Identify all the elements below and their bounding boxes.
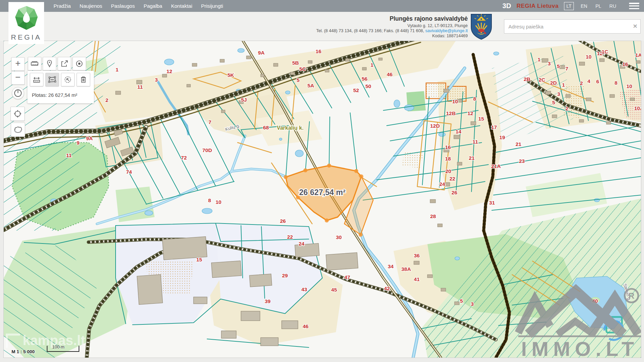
lang-ru[interactable]: RU: [608, 2, 618, 10]
clock-icon: [14, 89, 22, 98]
parcel-number: 31: [489, 200, 495, 206]
measure-modes-row: [30, 73, 90, 86]
lang-en[interactable]: EN: [579, 2, 588, 10]
parcel-number: 10: [626, 83, 632, 89]
top-nav-bar: Pradžia Naujienos Paslaugos Pagalba Kont…: [0, 0, 644, 12]
lang-lt[interactable]: LT: [564, 2, 574, 10]
parcel-number: 10: [586, 54, 591, 60]
parcel-number: 24: [439, 181, 445, 187]
parcel-number: 47: [344, 274, 350, 280]
map-pin-icon: [46, 60, 53, 68]
parcel-number: 9: [77, 140, 80, 146]
parcel-number: 12: [166, 68, 172, 74]
measure-distance-button[interactable]: [30, 73, 43, 86]
share-tool-button[interactable]: [58, 57, 71, 70]
parcel-number: 70D: [202, 147, 212, 153]
parcel-number: 5C: [299, 66, 306, 72]
map-canvas[interactable]: 9A165B15C5K5A55256465011312215J76870D727…: [3, 41, 641, 358]
nav-item-pradzia[interactable]: Pradžia: [54, 3, 71, 9]
parcel-number: 1A: [635, 52, 641, 58]
crosshair-icon: [13, 109, 22, 118]
parcel-number: 7: [208, 119, 212, 125]
regia-logo[interactable]: REGIA: [8, 2, 44, 44]
compass-arrow-icon: [64, 76, 72, 84]
parcel-number: 43: [301, 286, 307, 292]
center-point-button[interactable]: [73, 57, 86, 70]
parcel-number: 21: [516, 141, 522, 147]
parcel-number: 5K: [227, 72, 235, 78]
parcel-number: 16: [316, 48, 322, 54]
parcel-number: 5J: [241, 97, 247, 103]
area-icon: [48, 76, 57, 84]
parcel-number: 22: [449, 176, 455, 182]
parcel-number: 38A: [401, 266, 411, 272]
parcel-number: 56: [362, 76, 368, 82]
parcel-number: 6: [596, 79, 599, 84]
parcel-number: 5: [557, 63, 560, 69]
regia-page: Pradžia Naujienos Paslaugos Pagalba Kont…: [0, 0, 644, 362]
parcel-number: 16: [445, 144, 451, 150]
parcel-number: 22: [287, 234, 293, 240]
parcel-number: 2B: [524, 76, 530, 82]
municipality-email-link[interactable]: savivaldybe@plunge.lt: [425, 28, 468, 33]
area-result-label: Plotas: 26 627,54 m²: [32, 92, 77, 98]
parcel-number: 14: [456, 129, 462, 134]
locate-me-button[interactable]: [11, 107, 25, 121]
parcel-number: 3: [557, 91, 560, 97]
regia-logo-text: REGIA: [8, 33, 44, 41]
parcel-number: 23: [519, 158, 525, 164]
marker-tool-button[interactable]: [43, 57, 56, 70]
parcel-number: 17: [491, 124, 497, 130]
parcel-number: 74: [126, 169, 132, 175]
parcel-number: 52: [353, 87, 359, 93]
parcel-number: 8: [615, 80, 618, 86]
nav-item-paslaugos[interactable]: Paslaugos: [111, 3, 135, 9]
view-3d-button[interactable]: 3D: [502, 2, 511, 10]
municipality-contacts: Tel. (8 448) 73 134, (8 448) 73 166; Fak…: [316, 28, 468, 34]
lithuania-outline-icon: [13, 126, 23, 134]
municipality-info: Plungės rajono savivaldybė Vytauto g. 12…: [316, 15, 468, 39]
export-icon: [60, 60, 68, 68]
parcel-number: 30: [336, 234, 342, 240]
parcel-number: 4: [587, 78, 590, 84]
search-input[interactable]: [504, 19, 641, 34]
nav-item-pagalba[interactable]: Pagalba: [144, 3, 162, 9]
parcel-number: 46: [387, 71, 393, 77]
parcel-number: 10A: [634, 105, 641, 111]
parcel-number: 9A: [258, 50, 265, 56]
parcel-number: 50: [365, 83, 371, 89]
parcel-number: 8: [208, 197, 211, 203]
regia-lietuva-link[interactable]: REGIA Lietuva: [517, 3, 559, 9]
zoom-out-button[interactable]: −: [11, 71, 25, 85]
parcel-number: 18: [445, 156, 451, 162]
nav-item-kontaktai[interactable]: Kontaktai: [171, 3, 193, 9]
search-clear-icon[interactable]: ×: [633, 22, 637, 30]
parcel-number: 20: [445, 168, 451, 174]
delete-measurement-button[interactable]: [77, 73, 90, 86]
parcel-number: 12: [467, 110, 473, 116]
parcel-number: 5A: [307, 83, 314, 88]
measure-panel: Plotas: 26 627,54 m²: [27, 71, 94, 103]
parcel-number: 46: [303, 323, 309, 329]
parcel-number: 9A: [86, 135, 93, 141]
parcel-number: 12B: [446, 110, 456, 116]
measure-tool-button[interactable]: [28, 57, 41, 70]
menu-icon[interactable]: [629, 3, 639, 9]
lang-pl[interactable]: PL: [594, 2, 603, 10]
nav-item-prisijungti[interactable]: Prisijungti: [201, 3, 223, 9]
zoom-in-button[interactable]: +: [11, 57, 25, 71]
main-menu: Pradžia Naujienos Paslaugos Pagalba Kont…: [54, 0, 223, 12]
parcel-number: 2: [105, 97, 108, 103]
nav-item-naujienos[interactable]: Naujienos: [80, 3, 102, 9]
parcel-number: 34: [388, 263, 394, 269]
parcel-number: 5B: [292, 60, 299, 66]
measure-bearing-button[interactable]: [61, 73, 75, 86]
parcel-number: 1: [370, 62, 374, 68]
parcel-number: 72: [181, 155, 187, 161]
parcel-number: 29: [282, 273, 288, 278]
distance-icon: [32, 76, 41, 84]
full-extent-button[interactable]: [11, 123, 25, 137]
parcel-number: 28: [430, 213, 436, 219]
measure-area-button[interactable]: [45, 73, 59, 86]
history-slider-button[interactable]: [12, 87, 24, 99]
